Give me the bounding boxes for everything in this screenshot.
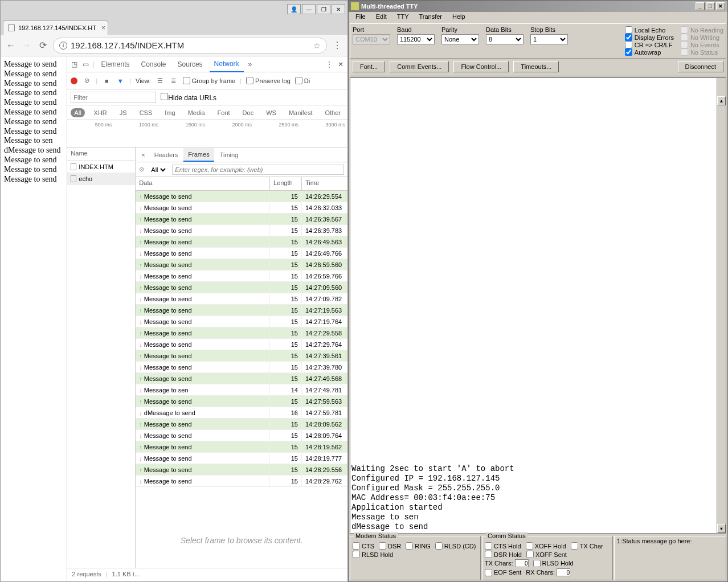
comm-dsr-hold[interactable]: DSR Hold: [485, 551, 522, 558]
request-INDEX.HTM[interactable]: INDEX.HTM: [67, 161, 135, 173]
camera-icon[interactable]: ■: [102, 76, 111, 85]
bookmark-star-icon[interactable]: ☆: [313, 41, 321, 50]
parity-select[interactable]: None: [441, 34, 479, 44]
filter-xhr[interactable]: XHR: [91, 108, 111, 117]
modem-ring[interactable]: RING: [406, 542, 431, 550]
filter-media[interactable]: Media: [185, 108, 208, 117]
check-cr-cr-lf[interactable]: CR => CR/LF: [625, 41, 674, 48]
button-timeouts-[interactable]: Timeouts...: [513, 61, 559, 72]
frame-row[interactable]: ↓Message to send1514:27:39.780: [136, 362, 347, 373]
filter-input[interactable]: [71, 92, 156, 103]
preserve-log-checkbox[interactable]: Preserve log: [246, 77, 291, 84]
group-by-frame-checkbox[interactable]: Group by frame: [183, 77, 235, 84]
scroll-down-icon[interactable]: ▼: [717, 524, 726, 533]
comm-xoff-sent[interactable]: XOFF Sent: [526, 551, 567, 558]
filter-doc[interactable]: Doc: [239, 108, 257, 117]
frame-row[interactable]: ↑Message to send1514:27:19.563: [136, 305, 347, 316]
filter-manifest[interactable]: Manifest: [285, 108, 316, 117]
chrome-menu-button[interactable]: ⋮: [332, 40, 343, 51]
request-echo[interactable]: echo: [67, 173, 135, 185]
frame-row[interactable]: ↑Message to send1514:26:49.563: [136, 236, 347, 248]
frame-row[interactable]: ↓Message to send1514:26:59.766: [136, 270, 347, 282]
frames-body[interactable]: ↑Message to send1514:26:29.554↓Message t…: [136, 191, 347, 513]
button-flow-control-[interactable]: Flow Control...: [453, 61, 509, 72]
frame-row[interactable]: ↑Message to send1514:28:19.562: [136, 441, 347, 453]
stopbits-select[interactable]: 1: [530, 34, 568, 44]
comm-rlsd-hold[interactable]: RLSD Hold: [533, 559, 574, 567]
clear-icon[interactable]: ⊘: [82, 76, 91, 85]
tab-elements[interactable]: Elements: [96, 57, 134, 72]
reload-button[interactable]: ⟳: [37, 40, 48, 51]
check-autowrap[interactable]: Autowrap: [625, 48, 674, 56]
menu-transfer[interactable]: Transfer: [414, 12, 447, 22]
maximize-button[interactable]: □: [706, 2, 715, 10]
frame-row[interactable]: ↑Message to send1514:26:29.554: [136, 191, 347, 202]
tab-close-icon[interactable]: ×: [101, 24, 105, 32]
frame-row[interactable]: ↓Message to sen1414:27:49.781: [136, 384, 347, 396]
modem-rlsd-cd-[interactable]: RLSD (CD): [435, 542, 476, 550]
frame-regex-input[interactable]: [172, 165, 344, 175]
inspect-icon[interactable]: ◳: [69, 60, 79, 69]
user-icon[interactable]: 👤: [287, 4, 301, 14]
address-bar[interactable]: i 192.168.127.145/INDEX.HTM ☆: [53, 38, 327, 54]
menu-file[interactable]: File: [351, 12, 370, 22]
frame-direction-select[interactable]: All: [149, 166, 167, 174]
tab-console[interactable]: Console: [137, 57, 171, 72]
frame-row[interactable]: ↓Message to send1514:26:39.783: [136, 225, 347, 236]
frame-row[interactable]: ↑Message to send1514:26:39.567: [136, 214, 347, 225]
disable-cache-checkbox[interactable]: Di: [295, 77, 310, 84]
list-view-icon[interactable]: ☰: [156, 76, 165, 85]
tabs-overflow-icon[interactable]: »: [246, 60, 255, 68]
clear-frames-icon[interactable]: ⊘: [139, 166, 144, 173]
menu-help[interactable]: Help: [448, 12, 470, 22]
modem-cts[interactable]: CTS: [353, 542, 374, 550]
hide-data-urls-checkbox[interactable]: Hide data URLs: [161, 93, 216, 102]
button-font-[interactable]: Font...: [353, 61, 385, 72]
terminal-output[interactable]: Waiting 2sec to start 'A' to abortConfig…: [350, 77, 726, 534]
frame-row[interactable]: ↑Message to send1514:26:59.560: [136, 259, 347, 270]
frame-row[interactable]: ↓Message to send1514:26:32.033: [136, 202, 347, 214]
frame-row[interactable]: ↑Message to send1514:27:59.563: [136, 396, 347, 407]
terminal-scrollbar[interactable]: ▲ ▼: [717, 78, 726, 533]
filter-font[interactable]: Font: [214, 108, 234, 117]
close-button[interactable]: ✕: [332, 4, 345, 14]
comm-tx-char[interactable]: TX Char: [571, 542, 603, 550]
frame-row[interactable]: ↓Message to send1514:27:19.764: [136, 316, 347, 327]
devtools-close-icon[interactable]: ✕: [336, 60, 345, 69]
frame-row[interactable]: ↓Message to send1514:28:19.777: [136, 453, 347, 464]
minimize-button[interactable]: _: [696, 2, 705, 10]
filter-other[interactable]: Other: [321, 108, 344, 117]
frame-row[interactable]: ↑Message to send1514:28:29.556: [136, 464, 347, 476]
menu-tty[interactable]: TTY: [392, 12, 414, 22]
button-comm-events-[interactable]: Comm Events...: [390, 61, 449, 72]
disconnect-button[interactable]: Disconnect: [678, 61, 723, 72]
frame-row[interactable]: ↑Message to send1514:27:09.560: [136, 282, 347, 293]
detail-close-icon[interactable]: ×: [138, 151, 148, 158]
device-toolbar-icon[interactable]: ▭: [81, 60, 90, 69]
comm-xoff-hold[interactable]: XOFF Hold: [526, 542, 566, 550]
site-info-icon[interactable]: i: [59, 42, 67, 50]
frame-row[interactable]: ↑Message to send1514:27:29.558: [136, 327, 347, 339]
close-button[interactable]: ✕: [716, 2, 725, 10]
maximize-button[interactable]: ❐: [317, 4, 330, 14]
scroll-up-icon[interactable]: ▲: [717, 96, 726, 105]
frame-row[interactable]: ↓Message to send1514:27:09.782: [136, 293, 347, 305]
frame-row[interactable]: ↓Message to send1514:28:29.762: [136, 476, 347, 487]
comm-eof-sent[interactable]: EOF Sent: [485, 568, 521, 576]
filter-icon[interactable]: ▼: [116, 76, 125, 85]
frame-row[interactable]: ↓Message to send1514:26:49.766: [136, 248, 347, 259]
forward-button[interactable]: →: [21, 40, 32, 51]
record-icon[interactable]: [71, 77, 77, 84]
modem-dsr[interactable]: DSR: [379, 542, 401, 550]
modem-rlsd-hold[interactable]: RLSD Hold: [353, 551, 393, 558]
tab-frames[interactable]: Frames: [183, 148, 214, 162]
tab-network[interactable]: Network: [210, 56, 244, 72]
frame-row[interactable]: ↑Message to send1514:27:49.568: [136, 373, 347, 384]
tab-sources[interactable]: Sources: [173, 57, 207, 72]
check-display-errors[interactable]: Display Errors: [625, 34, 674, 41]
back-button[interactable]: ←: [5, 40, 17, 51]
filter-img[interactable]: Img: [161, 108, 178, 117]
timeline-overview[interactable]: 500 ms1000 ms1500 ms2000 ms2500 ms3000 m…: [67, 120, 347, 147]
waterfall-view-icon[interactable]: ≣: [169, 76, 178, 85]
menu-edit[interactable]: Edit: [371, 12, 391, 22]
